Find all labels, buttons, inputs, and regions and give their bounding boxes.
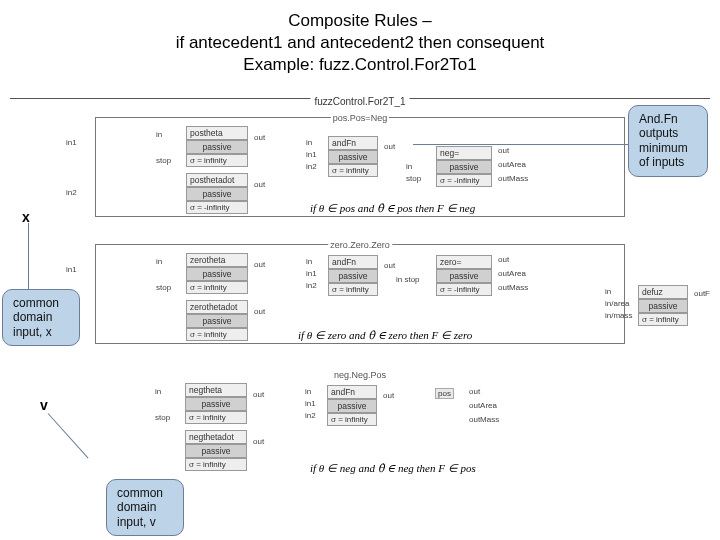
port-out: out xyxy=(498,255,509,264)
label-sigma: σ = -infinity xyxy=(436,283,492,296)
port-outmass: outMass xyxy=(498,283,528,292)
diagram-canvas: fuzzControl.For2T_1 pos.Pos=Neg in1 in2 … xyxy=(10,98,710,530)
port-outmass: outMass xyxy=(498,174,528,183)
label-passive: passive xyxy=(186,314,248,328)
formula-bot: if θ ∈ neg and θ̇ ∈ neg then F ∈ pos xyxy=(310,462,476,475)
port-stop: stop xyxy=(156,156,171,165)
port-out: out xyxy=(469,387,480,396)
label-sigma: σ = infinity xyxy=(328,283,378,296)
label-passive: passive xyxy=(185,444,247,458)
label-passive: passive xyxy=(327,399,377,413)
port-in: in xyxy=(156,257,162,266)
label-zero: zero= xyxy=(436,255,492,269)
port-out: out xyxy=(383,391,394,400)
node-posthetadot: posthetadot passive σ = -infinity xyxy=(186,173,248,214)
label-passive: passive xyxy=(328,269,378,283)
port-inarea: in/area xyxy=(605,299,629,308)
node-defuz: defuz passive σ = infinity xyxy=(638,285,688,326)
label-postheta: postheta xyxy=(186,126,248,140)
port-in: in xyxy=(306,257,312,266)
formula-mid: if θ ∈ zero and θ̇ ∈ zero then F ∈ zero xyxy=(298,329,472,342)
port-in: in xyxy=(406,162,412,171)
port-out: out xyxy=(498,146,509,155)
label-passive: passive xyxy=(436,160,492,174)
label-sigma: σ = -infinity xyxy=(186,201,248,214)
title-line2: if antecedent1 and antecedent2 then cons… xyxy=(0,32,720,54)
label-sigma: σ = infinity xyxy=(186,154,248,167)
label-passive: passive xyxy=(185,397,247,411)
node-zerotheta: zerotheta passive σ = infinity xyxy=(186,253,248,294)
label-passive: passive xyxy=(638,299,688,313)
port-out: out xyxy=(254,180,265,189)
label-sigma: σ = infinity xyxy=(327,413,377,426)
label-negtheta: negtheta xyxy=(185,383,247,397)
label-negthetadot: negthetadot xyxy=(185,430,247,444)
node-negthetadot: negthetadot passive σ = infinity xyxy=(185,430,247,471)
port-out: out xyxy=(384,261,395,270)
node-andfn-mid: andFn passive σ = infinity xyxy=(328,255,378,296)
label-zerotheta: zerotheta xyxy=(186,253,248,267)
callout-andfn: And.Fn outputs minimum of inputs xyxy=(628,105,708,177)
port-out: out xyxy=(253,390,264,399)
port-in: in xyxy=(306,138,312,147)
callout-v-pointer xyxy=(48,413,89,458)
port-in2: in2 xyxy=(306,162,317,171)
label-sigma: σ = infinity xyxy=(185,411,247,424)
frame-mid-title: zero.Zero.Zero xyxy=(328,240,392,250)
port-inmass: in/mass xyxy=(605,311,633,320)
port-outarea: outArea xyxy=(498,160,526,169)
port-in2: in2 xyxy=(305,411,316,420)
label-passive: passive xyxy=(186,187,248,201)
port-in2: in2 xyxy=(306,281,317,290)
title-line3: Example: fuzz.Control.For2To1 xyxy=(0,54,720,76)
port-in: in xyxy=(156,130,162,139)
frame-bottom: neg.Neg.Pos in stop negtheta passive σ =… xyxy=(95,375,625,475)
port-out: out xyxy=(384,142,395,151)
port-in1: in1 xyxy=(66,138,77,147)
callout-common-x: common domain input, x xyxy=(2,289,80,346)
formula-top: if θ ∈ pos and θ̇ ∈ pos then F ∈ neg xyxy=(310,202,475,215)
port-in: in xyxy=(155,387,161,396)
port-outarea: outArea xyxy=(498,269,526,278)
label-sigma: σ = infinity xyxy=(186,281,248,294)
port-in: in xyxy=(605,287,611,296)
label-andfn: andFn xyxy=(328,255,378,269)
marker-v: v xyxy=(40,397,48,413)
frame-bot-title: neg.Neg.Pos xyxy=(332,370,388,380)
port-outarea: outArea xyxy=(469,401,497,410)
node-zerothetadot: zerothetadot passive σ = infinity xyxy=(186,300,248,341)
label-sigma: σ = infinity xyxy=(638,313,688,326)
port-in: in xyxy=(305,387,311,396)
port-outF: outF xyxy=(694,289,710,298)
label-passive: passive xyxy=(186,267,248,281)
label-zerothetadot: zerothetadot xyxy=(186,300,248,314)
port-in1: in1 xyxy=(66,265,77,274)
port-in1: in1 xyxy=(306,150,317,159)
label-sigma: σ = infinity xyxy=(186,328,248,341)
node-andfn-bot: andFn passive σ = infinity xyxy=(327,385,377,426)
node-andfn: andFn passive σ = infinity xyxy=(328,136,378,177)
port-in1: in1 xyxy=(306,269,317,278)
node-neg: neg= passive σ = -infinity xyxy=(436,146,492,187)
label-passive: passive xyxy=(328,150,378,164)
title-line1: Composite Rules – xyxy=(0,10,720,32)
label-sigma: σ = -infinity xyxy=(436,174,492,187)
port-stop: stop xyxy=(155,413,170,422)
node-postheta: postheta passive σ = infinity xyxy=(186,126,248,167)
label-andfn: andFn xyxy=(328,136,378,150)
label-passive: passive xyxy=(436,269,492,283)
diagram-header: fuzzControl.For2T_1 xyxy=(310,96,409,107)
label-passive: passive xyxy=(186,140,248,154)
node-pos: pos xyxy=(435,388,454,399)
slide-title: Composite Rules – if antecedent1 and ant… xyxy=(0,0,720,76)
node-negtheta: negtheta passive σ = infinity xyxy=(185,383,247,424)
frame-top-title: pos.Pos=Neg xyxy=(331,113,389,123)
label-neg: neg= xyxy=(436,146,492,160)
port-out: out xyxy=(253,437,264,446)
label-sigma: σ = infinity xyxy=(185,458,247,471)
label-defuz: defuz xyxy=(638,285,688,299)
port-out: out xyxy=(254,307,265,316)
port-stop: stop xyxy=(156,283,171,292)
callout-x-pointer xyxy=(28,223,29,289)
port-in1: in1 xyxy=(305,399,316,408)
